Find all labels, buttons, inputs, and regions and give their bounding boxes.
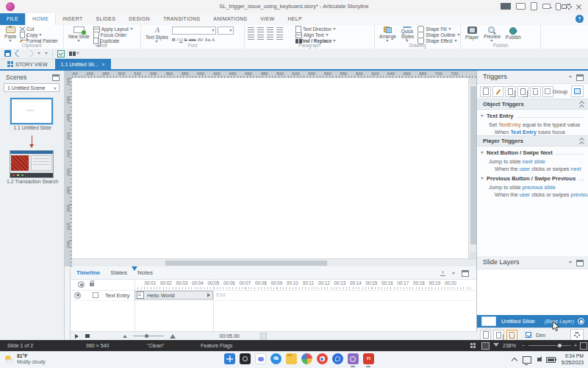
- text-direction-button[interactable]: Text Direction: [295, 26, 336, 32]
- trigger-token-link[interactable]: next: [571, 166, 581, 172]
- timeline-zoom-knob[interactable]: [145, 334, 148, 338]
- align-text-button[interactable]: Align Text: [295, 32, 336, 38]
- apply-layout-button[interactable]: Apply Layout: [93, 26, 133, 32]
- taskbar-app-chat[interactable]: [254, 353, 266, 367]
- taskbar-clock[interactable]: 9:34 PM 5/25/2023: [562, 353, 584, 366]
- timeline-collapse-icon[interactable]: [440, 271, 445, 276]
- font-format-b[interactable]: B: [172, 37, 175, 42]
- undo-button[interactable]: [14, 49, 24, 58]
- timeline-ruler[interactable]: 00:0100:0200:0300:0400:0500:0600:0700:08…: [71, 279, 477, 291]
- layer-properties-button[interactable]: [570, 329, 584, 341]
- play-button[interactable]: [75, 334, 79, 339]
- font-format-s[interactable]: S: [184, 37, 187, 42]
- decrease-indent-icon[interactable]: [267, 27, 273, 32]
- zoom-level[interactable]: 238%: [503, 343, 516, 348]
- trigger-wizard-button[interactable]: [571, 85, 584, 97]
- shape-fill-button[interactable]: Shape Fill: [417, 26, 460, 32]
- taskbar-app-chrome[interactable]: [316, 353, 328, 367]
- ribbon-tab-insert[interactable]: INSERT: [56, 13, 89, 25]
- new-layer-button[interactable]: [480, 330, 491, 341]
- publish-button[interactable]: Publish: [504, 26, 523, 42]
- new-slide-button[interactable]: New Slide: [67, 26, 91, 42]
- trigger-item[interactable]: Text Entry: [477, 110, 588, 120]
- text-styles-button[interactable]: A Text Styles: [144, 26, 170, 42]
- preview-tablet-landscape-icon[interactable]: [516, 3, 526, 10]
- trigger-section-header[interactable]: Object Triggers: [477, 99, 588, 110]
- caret-down-icon[interactable]: [452, 272, 455, 275]
- trigger-line[interactable]: When Text Entry loses focus: [477, 128, 588, 136]
- trigger-token-link[interactable]: next slide: [523, 158, 545, 165]
- timeline-tab-notes[interactable]: Notes: [137, 269, 153, 276]
- edit-trigger-button[interactable]: [492, 86, 503, 97]
- trigger-line[interactable]: When the user clicks or swipes previous: [477, 191, 588, 199]
- undo-history-caret-icon[interactable]: [37, 52, 40, 54]
- focus-order-button[interactable]: Focus Order: [93, 32, 133, 38]
- qat-customize-caret-icon[interactable]: [76, 52, 79, 54]
- justify-icon[interactable]: [276, 35, 283, 40]
- lock-all-icon[interactable]: [90, 283, 94, 286]
- close-tab-icon[interactable]: ×: [102, 62, 105, 67]
- slide-thumbnail-1[interactable]: [10, 98, 53, 124]
- triggers-float-icon[interactable]: [576, 74, 584, 81]
- quick-styles-button[interactable]: Quick Styles: [400, 26, 415, 42]
- player-settings-gear-icon[interactable]: [566, 4, 572, 10]
- layer-visibility-icon[interactable]: [578, 318, 584, 325]
- timeline-zoom-in-icon[interactable]: [170, 334, 176, 339]
- zoom-menu-icon[interactable]: [493, 343, 499, 347]
- font-format-abc[interactable]: abc: [189, 37, 196, 42]
- ribbon-tab-view[interactable]: VIEW: [254, 13, 281, 25]
- collapse-section-icon[interactable]: [580, 138, 584, 146]
- redo-history-caret-icon[interactable]: [45, 52, 48, 54]
- bullet-list-icon[interactable]: [248, 27, 254, 32]
- timeline-tab-timeline[interactable]: Timeline: [76, 269, 100, 276]
- trigger-token-link[interactable]: previous: [571, 191, 588, 198]
- playhead-icon[interactable]: [132, 266, 137, 271]
- scene-selector-dropdown[interactable]: 1 Untitled Scene: [4, 83, 60, 92]
- taskbar-app-yi-app[interactable]: YI: [362, 353, 374, 367]
- delete-trigger-button[interactable]: [530, 86, 541, 97]
- trigger-item[interactable]: Next Button / Swipe Next: [477, 146, 588, 157]
- caret-down-icon[interactable]: [569, 261, 572, 263]
- timeline-object-bar[interactable]: Hello World: [135, 291, 213, 300]
- tray-battery-icon[interactable]: [546, 357, 556, 363]
- fit-to-window-icon[interactable]: [580, 342, 587, 350]
- find-button[interactable]: [69, 52, 72, 56]
- arrange-button[interactable]: Arrange: [378, 26, 398, 42]
- trigger-collapse-icon[interactable]: [481, 177, 484, 180]
- trigger-line[interactable]: Set TextEntry equal to the typed value: [477, 120, 588, 128]
- increase-indent-icon[interactable]: [276, 27, 283, 32]
- paste-button[interactable]: Paste: [3, 26, 18, 42]
- copy-button[interactable]: Copy: [20, 32, 57, 38]
- zoom-slider[interactable]: [528, 345, 571, 346]
- taskbar-app-search[interactable]: [239, 353, 251, 367]
- triggers-panel-header[interactable]: Triggers: [477, 71, 588, 84]
- ribbon-tab-slides[interactable]: SLIDES: [90, 13, 123, 25]
- redo-button[interactable]: [25, 49, 35, 58]
- font-family-select[interactable]: [172, 26, 216, 35]
- taskbar-app-clock-app[interactable]: [347, 353, 359, 367]
- numbered-list-icon[interactable]: [257, 27, 264, 32]
- timeline-tab-states[interactable]: States: [110, 269, 127, 276]
- font-size-select[interactable]: [218, 26, 234, 35]
- close-button[interactable]: [576, 4, 582, 10]
- font-format-a[interactable]: A: [212, 37, 215, 42]
- base-layer-row[interactable]: Untitled Slide (Base Layer): [477, 315, 588, 328]
- caret-down-icon[interactable]: [569, 76, 572, 78]
- story-view-toggle-icon[interactable]: [470, 343, 476, 348]
- spellcheck-button[interactable]: [57, 50, 65, 57]
- horizontal-scrollbar-thumb[interactable]: [165, 261, 327, 266]
- player-button[interactable]: Player: [464, 26, 480, 42]
- dim-checkbox[interactable]: [526, 332, 531, 338]
- ribbon-tab-help[interactable]: HELP: [281, 13, 309, 25]
- track-visibility-icon[interactable]: [74, 292, 81, 299]
- ribbon-tab-animations[interactable]: ANIMATIONS: [207, 13, 254, 25]
- cut-button[interactable]: Cut: [20, 26, 57, 32]
- show-all-icon[interactable]: [78, 281, 85, 288]
- zoom-slider-knob[interactable]: [558, 344, 562, 347]
- align-left-icon[interactable]: [248, 35, 254, 40]
- font-format-av[interactable]: AV: [198, 37, 204, 42]
- slide-view-toggle-icon[interactable]: [481, 342, 490, 350]
- preview-desktop-icon[interactable]: [501, 3, 511, 10]
- shape-outline-button[interactable]: Shape Outline: [417, 32, 460, 38]
- trigger-line[interactable]: Jump to slide previous slide: [477, 183, 588, 191]
